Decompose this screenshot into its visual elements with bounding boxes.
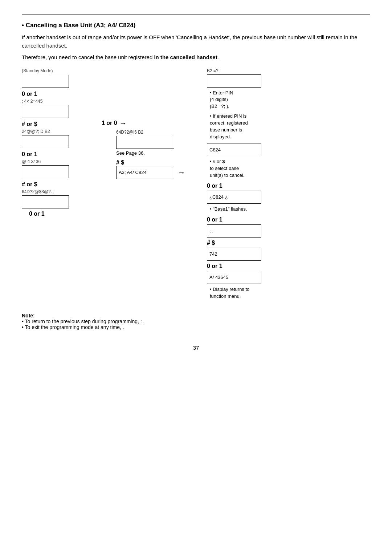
top-rule xyxy=(22,15,370,15)
mid-symbol-row: # $ xyxy=(116,159,185,166)
right-column: B2 =?; • Enter PIN (4 digits) (B2 =?; ).… xyxy=(207,68,323,302)
right-lcd-box-3: ¿C824 ¿ xyxy=(207,191,261,204)
right-step-3: 0 or 1 xyxy=(207,263,222,269)
right-bullet-5: • Display returns to function menu. xyxy=(210,286,249,300)
small-label-1: ; 4< 2=445 xyxy=(22,99,42,104)
mid-lcd-box2: A3; A4/ C824 xyxy=(116,166,174,179)
body-text-2: Therefore, you need to cancel the base u… xyxy=(22,53,370,62)
right-bullet-1: • Enter PIN (4 digits) (B2 =?; ). xyxy=(210,90,233,110)
right-bullet-2: • If entered PIN is correct, registered … xyxy=(210,113,248,140)
body-text-1: If another handset is out of range and/o… xyxy=(22,33,370,50)
mid-arrow-to-right: A3; A4/ C824 → xyxy=(116,166,185,179)
lcd-box-3 xyxy=(22,135,69,148)
right-bullet-3: • # or $ to select base unit(s) to cance… xyxy=(210,158,244,179)
lcd-box-2 xyxy=(22,105,69,118)
step-label-2: # or $ xyxy=(22,121,37,127)
mid-lcd-label: 64D?2@i6 B2 xyxy=(116,130,185,135)
right-lcd-box-4: ; . xyxy=(207,224,261,238)
body2-prefix: Therefore, you need to cancel the base u… xyxy=(22,54,154,60)
note-label: Note: xyxy=(22,313,370,318)
lcd-box-4 xyxy=(22,165,69,178)
mid-column: 1 or 0 → 64D?2@i6 B2 See Page 36. # $ A3… xyxy=(102,68,200,179)
section-title: • Cancelling a Base Unit (A3; A4/ C824) xyxy=(22,22,370,29)
note-line-1: • To return to the previous step during … xyxy=(22,318,370,324)
right-arrow-icon: → xyxy=(119,119,127,127)
right-lcd-box-6: A/ 43645 xyxy=(207,271,261,284)
small-label-3: @ 4 3/ 36 xyxy=(22,159,41,164)
right-symbol-row: # $ xyxy=(207,240,215,246)
arrow-row-main: 1 or 0 → xyxy=(102,119,127,127)
mid-content: 64D?2@i6 B2 See Page 36. # $ A3; A4/ C82… xyxy=(116,130,185,179)
step-label-3: 0 or 1 xyxy=(22,151,37,158)
step-label-4: # or $ xyxy=(22,181,37,188)
right-step-1: 0 or 1 xyxy=(207,183,222,189)
small-label-2: 24@@?; D B2 xyxy=(22,129,50,134)
right-lcd1-label: B2 =?; xyxy=(207,68,220,73)
note-line-2: • To exit the programming mode at any ti… xyxy=(22,324,370,330)
body2-bold: in the cancelled handset xyxy=(154,54,217,60)
mid-right-arrow-icon: → xyxy=(178,168,185,176)
lcd-box-1 xyxy=(22,75,69,88)
step-label-1: 0 or 1 xyxy=(22,91,37,97)
right-bullet-4: • "Base1" flashes. xyxy=(210,206,247,213)
see-page-row: See Page 36. xyxy=(116,150,185,156)
right-lcd-box-5: 742 xyxy=(207,248,261,261)
left-column: (Standby Mode) 0 or 1 ; 4< 2=445 # or $ … xyxy=(22,68,102,217)
lcd-box-5 xyxy=(22,195,69,208)
body2-suffix: . xyxy=(217,54,219,60)
mid-lcd-box xyxy=(116,136,174,149)
note-section: Note: • To return to the previous step d… xyxy=(22,313,370,330)
step-label-5: 0 or 1 xyxy=(29,211,45,217)
right-lcd-box-2: C824 xyxy=(207,143,261,156)
see-page-label: See Page 36. xyxy=(116,150,145,156)
standby-label: (Standby Mode) xyxy=(22,68,53,73)
right-lcd-box-1 xyxy=(207,74,261,88)
mid-arrow-label: 1 or 0 xyxy=(102,120,117,126)
right-step-2: 0 or 1 xyxy=(207,216,222,223)
page-number: 37 xyxy=(22,345,370,351)
small-label-4: 64D?2@$3@?. ; xyxy=(22,189,54,194)
diagram-area: (Standby Mode) 0 or 1 ; 4< 2=445 # or $ … xyxy=(22,68,370,302)
